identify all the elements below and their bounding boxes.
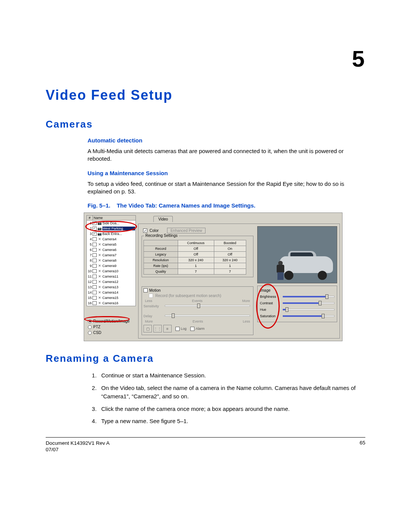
- camera-label[interactable]: Camera10: [102, 269, 135, 273]
- camera-row[interactable]: 6✕Camera6: [87, 247, 135, 252]
- car-icon: [280, 249, 333, 280]
- enhanced-preview-button[interactable]: Enhanced Preview: [167, 228, 206, 233]
- camera-checkbox[interactable]: [92, 269, 97, 273]
- camera-row[interactable]: 13✕Camera13: [87, 284, 135, 290]
- camera-row[interactable]: 9✕Camera9: [87, 263, 135, 268]
- camera-label[interactable]: Camera4: [102, 237, 135, 241]
- toolbar-btn-1[interactable]: ▢: [143, 325, 152, 332]
- camera-checkbox[interactable]: [92, 253, 97, 257]
- slider-hue[interactable]: [283, 307, 335, 312]
- delay-slider[interactable]: [165, 313, 250, 318]
- rec-cell[interactable]: On: [214, 246, 246, 252]
- camera-checkbox[interactable]: [92, 280, 97, 284]
- camera-label[interactable]: Camera12: [102, 280, 135, 284]
- camera-list[interactable]: # Name 1✓📷Side Doa...2✓📷West Parking3✓📷B…: [86, 215, 136, 306]
- rec-cell[interactable]: 1: [214, 263, 246, 269]
- page-footer: Document K14392V1 Rev A 07/07 65: [46, 437, 365, 453]
- camera-label[interactable]: Camera14: [102, 291, 135, 294]
- rec-row-header: Legacy: [144, 252, 178, 257]
- camera-checkbox[interactable]: [92, 248, 97, 252]
- radio-record[interactable]: [88, 320, 92, 323]
- tab-video[interactable]: Video: [153, 216, 173, 222]
- x-icon: ✕: [97, 301, 102, 305]
- motion-group: Motion Record (for subsequent motion sea…: [142, 286, 253, 335]
- camera-label[interactable]: Camera5: [102, 243, 135, 246]
- toolbar-btn-3[interactable]: ≡: [163, 325, 172, 332]
- camera-row[interactable]: 10✕Camera10: [87, 268, 135, 274]
- checkbox-log[interactable]: [175, 327, 180, 331]
- toolbar-btn-2[interactable]: ⋮⋮: [153, 325, 162, 332]
- checkbox-color[interactable]: ✓: [143, 228, 147, 233]
- sens-events-label: Events: [192, 299, 202, 303]
- camera-label[interactable]: Side Doa...: [102, 221, 135, 225]
- camera-label[interactable]: Camera9: [102, 264, 135, 268]
- rec-cell[interactable]: Off: [178, 252, 214, 257]
- camera-checkbox[interactable]: [92, 301, 97, 305]
- figure-number: Fig. 5–1.: [88, 202, 110, 209]
- camera-index: 10: [87, 269, 92, 273]
- camera-row[interactable]: 7✕Camera7: [87, 252, 135, 258]
- camera-checkbox[interactable]: [92, 237, 97, 241]
- camera-label[interactable]: Back Entra...: [102, 232, 135, 236]
- rec-cell[interactable]: 1: [178, 263, 214, 269]
- camera-checkbox[interactable]: [92, 275, 97, 278]
- camera-index: 9: [87, 264, 92, 268]
- person-icon: [276, 261, 285, 280]
- rec-cell[interactable]: 320 x 240: [214, 257, 246, 263]
- camera-row[interactable]: 12✕Camera12: [87, 279, 135, 284]
- camera-checkbox[interactable]: [92, 291, 97, 294]
- step-item: Type a new name. See figure 5–1.: [98, 417, 365, 426]
- checkbox-record-motion[interactable]: [149, 294, 153, 298]
- camera-label[interactable]: Camera7: [102, 253, 135, 257]
- camera-label[interactable]: West Parking: [102, 227, 135, 230]
- checkbox-motion[interactable]: [143, 288, 148, 292]
- checkbox-alarm[interactable]: [190, 327, 194, 331]
- step-item: Continue or start a Maintenance Session.: [98, 371, 365, 380]
- radio-csd[interactable]: [88, 331, 92, 335]
- rec-col-header: [144, 240, 178, 246]
- camera-row[interactable]: 5✕Camera5: [87, 242, 135, 247]
- slider-brightness[interactable]: [283, 294, 335, 299]
- camera-row[interactable]: 3✓📷Back Entra...: [87, 231, 135, 236]
- camera-checkbox[interactable]: [92, 285, 97, 289]
- camera-checkbox[interactable]: ✓: [92, 221, 97, 225]
- camera-row[interactable]: 14✕Camera14: [87, 290, 135, 295]
- rec-col-header: Continuous: [178, 240, 214, 246]
- slider-contrast[interactable]: [283, 301, 335, 305]
- camera-checkbox[interactable]: [92, 264, 97, 268]
- slider-saturation[interactable]: [283, 314, 335, 318]
- camera-checkbox[interactable]: [92, 243, 97, 246]
- rec-cell[interactable]: 320 x 240: [178, 257, 214, 263]
- camera-index: 1: [87, 221, 92, 225]
- camera-checkbox[interactable]: [92, 296, 97, 300]
- camera-index: 5: [87, 243, 92, 246]
- chapter-number: 5: [46, 46, 365, 72]
- camera-row[interactable]: 2✓📷West Parking: [87, 226, 135, 231]
- image-slider-row: Saturation: [260, 314, 335, 318]
- slider-label: Contrast: [260, 301, 280, 305]
- camera-label[interactable]: Camera11: [102, 275, 135, 278]
- camera-index: 3: [87, 232, 92, 236]
- sensitivity-slider[interactable]: [165, 304, 250, 308]
- rec-cell[interactable]: 7: [178, 269, 214, 275]
- camera-row[interactable]: 15✕Camera15: [87, 295, 135, 300]
- camera-label[interactable]: Camera8: [102, 259, 135, 262]
- camera-label[interactable]: Camera15: [102, 296, 135, 300]
- camera-row[interactable]: 8✕Camera8: [87, 258, 135, 263]
- camera-checkbox[interactable]: ✓: [92, 232, 97, 236]
- record-motion-label: Record (for subsequent motion search): [155, 294, 221, 298]
- camera-row[interactable]: 4✕Camera4: [87, 236, 135, 242]
- camera-row[interactable]: 11✕Camera11: [87, 274, 135, 279]
- subhead-maintenance: Using a Maintenance Session: [88, 170, 365, 176]
- rec-cell[interactable]: 7: [214, 269, 246, 275]
- camera-label[interactable]: Camera16: [102, 301, 135, 305]
- rec-cell[interactable]: Off: [178, 246, 214, 252]
- camera-checkbox[interactable]: [92, 259, 97, 262]
- camera-checkbox[interactable]: ✓: [92, 227, 97, 230]
- rec-cell[interactable]: Off: [214, 252, 246, 257]
- camera-row[interactable]: 1✓📷Side Doa...: [87, 220, 135, 226]
- camera-label[interactable]: Camera6: [102, 248, 135, 252]
- camera-label[interactable]: Camera13: [102, 285, 135, 289]
- camera-row[interactable]: 16✕Camera16: [87, 300, 135, 306]
- radio-ptz[interactable]: [88, 325, 92, 329]
